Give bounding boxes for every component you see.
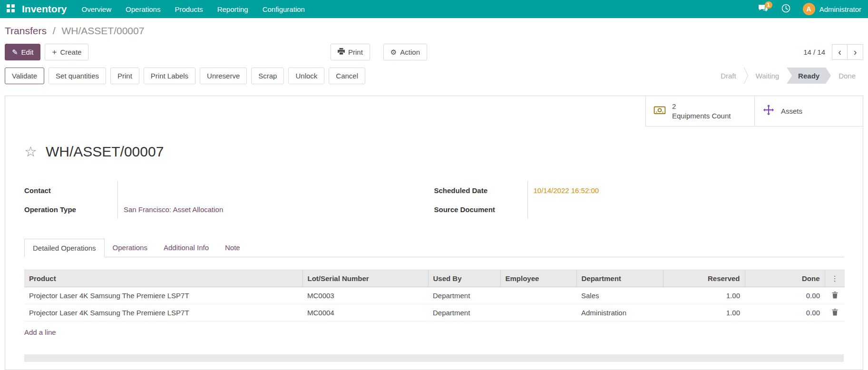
edit-button[interactable]: ✎ Edit [5, 44, 40, 60]
create-button[interactable]: + Create [45, 44, 88, 60]
content-area: 2 Equipments Count Assets ☆ WH/ASSET/000… [0, 91, 868, 370]
navbar-right: 1 A Administrator [751, 0, 863, 18]
breadcrumb-transfers[interactable]: Transfers [5, 25, 47, 36]
pager-previous-button[interactable]: ‹ [832, 44, 848, 60]
plus-icon: + [52, 48, 57, 57]
statusbar-divider [744, 68, 748, 84]
set-quantities-button[interactable]: Set quantities [49, 68, 106, 84]
tab-detailed-operations[interactable]: Detailed Operations [24, 239, 105, 257]
record-action-buttons: Print ⚙ Action [331, 44, 427, 60]
nav-overview[interactable]: Overview [75, 0, 119, 18]
favorite-star-icon[interactable]: ☆ [24, 145, 37, 159]
pager-next-button[interactable]: › [848, 44, 863, 60]
print-button[interactable]: Print [110, 68, 139, 84]
move-arrows-icon [762, 104, 775, 118]
messages-menu-button[interactable]: 1 [751, 0, 775, 18]
equipments-count-value: 2 [672, 102, 731, 111]
print-menu-button[interactable]: Print [331, 44, 370, 60]
activities-menu-button[interactable] [775, 0, 797, 18]
column-lot-serial[interactable]: Lot/Serial Number [302, 270, 428, 287]
breadcrumb-separator: / [53, 25, 56, 36]
optional-columns-icon[interactable]: ⋮ [831, 275, 839, 282]
left-buttons: ✎ Edit + Create [5, 44, 88, 60]
column-used-by[interactable]: Used By [428, 270, 500, 287]
action-menu-button[interactable]: ⚙ Action [383, 44, 427, 60]
chevron-left-icon: ‹ [838, 47, 841, 58]
title-row: ☆ WH/ASSET/00007 [24, 144, 844, 160]
operation-type-field: Operation Type San Francisco: Asset Allo… [24, 200, 434, 219]
section-separator [24, 354, 844, 362]
cell-reserved: 1.00 [663, 287, 745, 304]
cell-department: Sales [576, 287, 663, 304]
tab-operations[interactable]: Operations [105, 239, 156, 257]
validate-button[interactable]: Validate [5, 68, 44, 84]
column-department[interactable]: Department [576, 270, 663, 287]
field-group-left: Contact Operation Type San Francisco: As… [24, 181, 434, 219]
statusbar-step-ready[interactable]: Ready [787, 68, 831, 84]
column-reserved[interactable]: Reserved [663, 270, 745, 287]
scheduled-date-value: 10/14/2022 16:52:00 [527, 181, 844, 200]
trash-icon [832, 309, 838, 316]
statusbar-step-waiting[interactable]: Waiting [748, 68, 787, 84]
pager-buttons: ‹ › [832, 44, 863, 60]
equipment-count-icon [653, 104, 666, 118]
table-header-row: Product Lot/Serial Number Used By Employ… [24, 270, 845, 287]
nav-operations[interactable]: Operations [118, 0, 167, 18]
contact-value[interactable] [117, 181, 434, 200]
cell-employee [500, 304, 576, 321]
cell-lot-serial: MC0003 [302, 287, 428, 304]
apps-menu-button[interactable] [2, 0, 19, 18]
cancel-button[interactable]: Cancel [329, 68, 365, 84]
unlock-button[interactable]: Unlock [288, 68, 324, 84]
column-employee[interactable]: Employee [500, 270, 576, 287]
unreserve-button[interactable]: Unreserve [200, 68, 247, 84]
delete-row-button[interactable] [831, 308, 839, 318]
print-menu-label: Print [348, 48, 363, 56]
column-product[interactable]: Product [24, 270, 302, 287]
gear-icon: ⚙ [390, 48, 397, 57]
create-button-label: Create [60, 48, 81, 56]
add-a-line-link[interactable]: Add a line [24, 328, 56, 336]
scrap-button[interactable]: Scrap [251, 68, 284, 84]
delete-row-button[interactable] [831, 291, 839, 301]
statusbar-step-done[interactable]: Done [831, 68, 863, 84]
field-groups: Contact Operation Type San Francisco: As… [24, 181, 844, 219]
top-navbar: Inventory Overview Operations Products R… [0, 0, 868, 18]
avatar: A [803, 3, 815, 15]
control-panel: Transfers / WH/ASSET/00007 ✎ Edit + Crea… [0, 18, 868, 91]
tab-note[interactable]: Note [217, 239, 248, 257]
column-done[interactable]: Done [745, 270, 825, 287]
app-title[interactable]: Inventory [22, 3, 67, 15]
contact-field: Contact [24, 181, 434, 200]
table-row[interactable]: Projector Laser 4K Samsung The Premiere … [24, 287, 845, 304]
equipments-count-smart-button[interactable]: 2 Equipments Count [646, 96, 754, 126]
cell-used-by: Department [428, 304, 500, 321]
cell-lot-serial: MC0004 [302, 304, 428, 321]
edit-button-label: Edit [21, 48, 34, 56]
cell-department: Administration [576, 304, 663, 321]
nav-products[interactable]: Products [167, 0, 210, 18]
user-name: Administrator [819, 5, 861, 13]
cell-done: 0.00 [745, 287, 825, 304]
pager: 14 / 14 ‹ › [803, 44, 863, 60]
page: Inventory Overview Operations Products R… [0, 0, 868, 370]
status-row: Validate Set quantities Print Print Labe… [5, 66, 863, 85]
print-labels-button[interactable]: Print Labels [144, 68, 195, 84]
nav-reporting[interactable]: Reporting [210, 0, 255, 18]
pencil-icon: ✎ [12, 48, 18, 57]
scheduled-date-field: Scheduled Date 10/14/2022 16:52:00 [434, 181, 844, 200]
pager-counter: 14 / 14 [803, 48, 825, 56]
tab-additional-info[interactable]: Additional Info [156, 239, 217, 257]
operation-type-value[interactable]: San Francisco: Asset Allocation [117, 200, 434, 219]
navbar-left: Inventory Overview Operations Products R… [2, 0, 312, 18]
user-menu[interactable]: A Administrator [797, 0, 863, 18]
assets-smart-button[interactable]: Assets [754, 96, 863, 126]
table-row[interactable]: Projector Laser 4K Samsung The Premiere … [24, 304, 845, 321]
equipments-count-texts: 2 Equipments Count [672, 102, 731, 120]
nav-configuration[interactable]: Configuration [255, 0, 312, 18]
form-sheet: 2 Equipments Count Assets ☆ WH/ASSET/000… [5, 96, 863, 370]
breadcrumb-current: WH/ASSET/00007 [61, 25, 144, 36]
trash-icon [832, 292, 838, 299]
source-document-value [527, 200, 844, 219]
statusbar-step-draft[interactable]: Draft [713, 68, 744, 84]
